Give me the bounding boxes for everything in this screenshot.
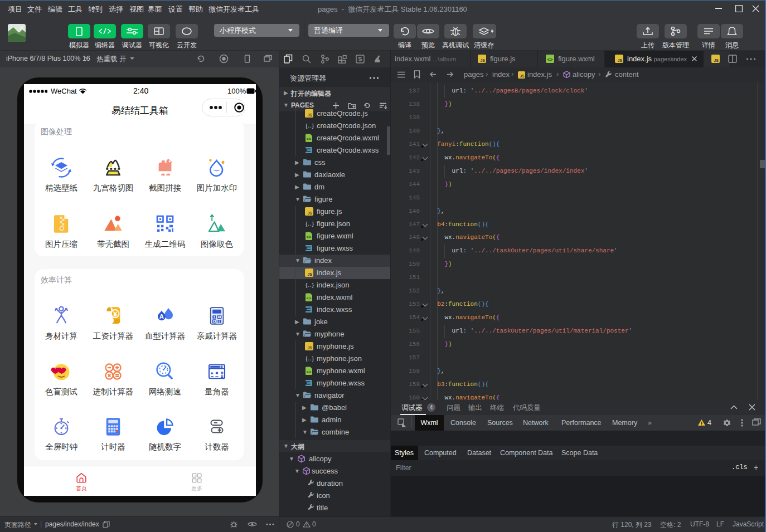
svg-text:JS: JS (714, 58, 719, 62)
svg-text:A: A (159, 313, 164, 320)
svg-text:JS: JS (617, 58, 622, 62)
svg-text:{..}: {..} (306, 282, 314, 289)
svg-text:JS: JS (307, 346, 312, 350)
svg-text:JS: JS (307, 211, 312, 215)
svg-text:<>: <> (307, 234, 312, 239)
svg-text:{..}: {..} (306, 123, 314, 129)
svg-text:JS: JS (480, 58, 485, 62)
svg-text:JS: JS (307, 272, 312, 276)
svg-text:{..}: {..} (306, 356, 314, 362)
svg-text:<>: <> (547, 57, 553, 62)
svg-text:JS: JS (307, 113, 312, 117)
svg-text:<>: <> (307, 295, 312, 300)
svg-text:<>: <> (307, 136, 312, 141)
svg-text:{..}: {..} (306, 221, 314, 227)
svg-text:<>: <> (307, 369, 312, 374)
svg-text:JS: JS (520, 74, 525, 78)
